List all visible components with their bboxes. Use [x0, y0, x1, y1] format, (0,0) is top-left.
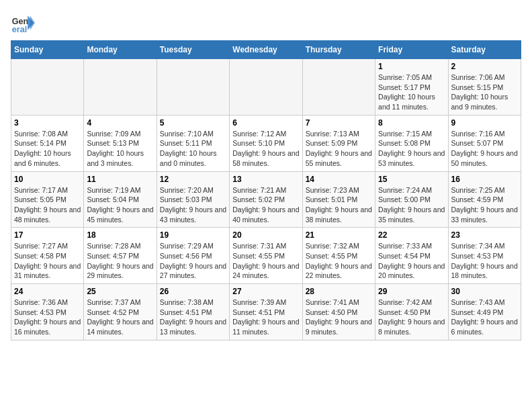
day-info: Sunrise: 7:24 AM Sunset: 5:00 PM Dayligh… [378, 185, 445, 225]
calendar-cell: 9Sunrise: 7:16 AM Sunset: 5:07 PM Daylig… [448, 115, 521, 171]
day-number: 16 [451, 175, 518, 184]
day-number: 18 [87, 230, 153, 240]
calendar-cell: 10Sunrise: 7:17 AM Sunset: 5:05 PM Dayli… [11, 171, 84, 228]
day-number: 12 [160, 175, 226, 184]
day-number: 13 [232, 175, 299, 184]
weekday-header-sunday: Sunday [11, 41, 84, 59]
weekday-header-tuesday: Tuesday [157, 41, 229, 59]
weekday-header-thursday: Thursday [302, 41, 375, 59]
day-info: Sunrise: 7:36 AM Sunset: 4:53 PM Dayligh… [14, 298, 81, 337]
day-info: Sunrise: 7:15 AM Sunset: 5:08 PM Dayligh… [378, 129, 445, 169]
day-number: 5 [160, 118, 226, 128]
day-info: Sunrise: 7:39 AM Sunset: 4:51 PM Dayligh… [232, 298, 299, 337]
day-number: 9 [451, 118, 518, 128]
calendar-cell [84, 59, 157, 116]
calendar-cell: 19Sunrise: 7:29 AM Sunset: 4:56 PM Dayli… [157, 228, 229, 284]
calendar-cell: 26Sunrise: 7:38 AM Sunset: 4:51 PM Dayli… [157, 284, 229, 340]
day-number: 8 [378, 118, 445, 128]
day-info: Sunrise: 7:06 AM Sunset: 5:15 PM Dayligh… [451, 73, 518, 112]
day-number: 7 [306, 118, 372, 128]
day-info: Sunrise: 7:13 AM Sunset: 5:09 PM Dayligh… [306, 129, 372, 169]
day-number: 23 [451, 230, 518, 240]
day-number: 25 [87, 287, 153, 296]
calendar-header: SundayMondayTuesdayWednesdayThursdayFrid… [11, 41, 521, 59]
day-number: 17 [14, 230, 81, 240]
calendar-cell [157, 59, 229, 116]
day-number: 14 [306, 175, 372, 184]
weekday-header-friday: Friday [375, 41, 448, 59]
day-info: Sunrise: 7:19 AM Sunset: 5:04 PM Dayligh… [87, 185, 153, 225]
day-info: Sunrise: 7:42 AM Sunset: 4:50 PM Dayligh… [378, 298, 445, 337]
day-number: 10 [14, 175, 81, 184]
calendar-cell: 24Sunrise: 7:36 AM Sunset: 4:53 PM Dayli… [11, 284, 84, 340]
day-info: Sunrise: 7:34 AM Sunset: 4:53 PM Dayligh… [451, 241, 518, 281]
day-number: 26 [160, 287, 226, 296]
calendar-cell: 29Sunrise: 7:42 AM Sunset: 4:50 PM Dayli… [375, 284, 448, 340]
calendar-cell [302, 59, 375, 116]
day-info: Sunrise: 7:10 AM Sunset: 5:11 PM Dayligh… [160, 129, 226, 169]
logo: Gen eral [11, 11, 36, 35]
calendar-table: SundayMondayTuesdayWednesdayThursdayFrid… [11, 40, 521, 340]
day-number: 30 [451, 287, 518, 296]
day-number: 22 [378, 230, 445, 240]
svg-text:eral: eral [12, 25, 27, 34]
day-info: Sunrise: 7:12 AM Sunset: 5:10 PM Dayligh… [232, 129, 299, 169]
day-number: 28 [306, 287, 372, 296]
calendar-cell: 12Sunrise: 7:20 AM Sunset: 5:03 PM Dayli… [157, 171, 229, 228]
day-info: Sunrise: 7:09 AM Sunset: 5:13 PM Dayligh… [87, 129, 153, 169]
day-info: Sunrise: 7:38 AM Sunset: 4:51 PM Dayligh… [160, 298, 226, 337]
day-info: Sunrise: 7:33 AM Sunset: 4:54 PM Dayligh… [378, 241, 445, 281]
day-number: 4 [87, 118, 153, 128]
calendar-cell: 11Sunrise: 7:19 AM Sunset: 5:04 PM Dayli… [84, 171, 157, 228]
day-info: Sunrise: 7:25 AM Sunset: 4:59 PM Dayligh… [451, 185, 518, 225]
day-number: 15 [378, 175, 445, 184]
day-info: Sunrise: 7:20 AM Sunset: 5:03 PM Dayligh… [160, 185, 226, 225]
day-number: 20 [232, 230, 299, 240]
day-info: Sunrise: 7:16 AM Sunset: 5:07 PM Dayligh… [451, 129, 518, 169]
day-number: 21 [306, 230, 372, 240]
day-number: 19 [160, 230, 226, 240]
calendar-cell: 21Sunrise: 7:32 AM Sunset: 4:55 PM Dayli… [302, 228, 375, 284]
calendar-cell: 15Sunrise: 7:24 AM Sunset: 5:00 PM Dayli… [375, 171, 448, 228]
day-info: Sunrise: 7:37 AM Sunset: 4:52 PM Dayligh… [87, 298, 153, 337]
page-header: Gen eral [11, 11, 521, 35]
day-info: Sunrise: 7:28 AM Sunset: 4:57 PM Dayligh… [87, 241, 153, 281]
day-number: 27 [232, 287, 299, 296]
calendar-cell: 14Sunrise: 7:23 AM Sunset: 5:01 PM Dayli… [302, 171, 375, 228]
day-info: Sunrise: 7:32 AM Sunset: 4:55 PM Dayligh… [306, 241, 372, 281]
calendar-week-1: 1Sunrise: 7:05 AM Sunset: 5:17 PM Daylig… [11, 59, 521, 116]
calendar-cell [11, 59, 84, 116]
calendar-cell: 25Sunrise: 7:37 AM Sunset: 4:52 PM Dayli… [84, 284, 157, 340]
calendar-cell: 22Sunrise: 7:33 AM Sunset: 4:54 PM Dayli… [375, 228, 448, 284]
calendar-cell: 18Sunrise: 7:28 AM Sunset: 4:57 PM Dayli… [84, 228, 157, 284]
day-info: Sunrise: 7:27 AM Sunset: 4:58 PM Dayligh… [14, 241, 81, 281]
day-number: 6 [232, 118, 299, 128]
calendar-cell: 20Sunrise: 7:31 AM Sunset: 4:55 PM Dayli… [230, 228, 302, 284]
day-info: Sunrise: 7:08 AM Sunset: 5:14 PM Dayligh… [14, 129, 81, 169]
calendar-week-5: 24Sunrise: 7:36 AM Sunset: 4:53 PM Dayli… [11, 284, 521, 340]
calendar-cell: 13Sunrise: 7:21 AM Sunset: 5:02 PM Dayli… [230, 171, 302, 228]
calendar-cell [230, 59, 302, 116]
day-number: 11 [87, 175, 153, 184]
weekday-header-wednesday: Wednesday [230, 41, 302, 59]
day-number: 3 [14, 118, 81, 128]
day-info: Sunrise: 7:41 AM Sunset: 4:50 PM Dayligh… [306, 298, 372, 337]
calendar-cell: 23Sunrise: 7:34 AM Sunset: 4:53 PM Dayli… [448, 228, 521, 284]
calendar-cell: 27Sunrise: 7:39 AM Sunset: 4:51 PM Dayli… [230, 284, 302, 340]
day-info: Sunrise: 7:43 AM Sunset: 4:49 PM Dayligh… [451, 298, 518, 337]
logo-icon: Gen eral [11, 11, 35, 35]
day-number: 2 [451, 62, 518, 71]
calendar-cell: 1Sunrise: 7:05 AM Sunset: 5:17 PM Daylig… [375, 59, 448, 116]
calendar-cell: 4Sunrise: 7:09 AM Sunset: 5:13 PM Daylig… [84, 115, 157, 171]
day-number: 24 [14, 287, 81, 296]
day-number: 1 [378, 62, 445, 71]
calendar-cell: 2Sunrise: 7:06 AM Sunset: 5:15 PM Daylig… [448, 59, 521, 116]
calendar-cell: 16Sunrise: 7:25 AM Sunset: 4:59 PM Dayli… [448, 171, 521, 228]
calendar-week-3: 10Sunrise: 7:17 AM Sunset: 5:05 PM Dayli… [11, 171, 521, 228]
day-number: 29 [378, 287, 445, 296]
calendar-week-4: 17Sunrise: 7:27 AM Sunset: 4:58 PM Dayli… [11, 228, 521, 284]
calendar-cell: 5Sunrise: 7:10 AM Sunset: 5:11 PM Daylig… [157, 115, 229, 171]
calendar-cell: 28Sunrise: 7:41 AM Sunset: 4:50 PM Dayli… [302, 284, 375, 340]
calendar-cell: 7Sunrise: 7:13 AM Sunset: 5:09 PM Daylig… [302, 115, 375, 171]
calendar-cell: 17Sunrise: 7:27 AM Sunset: 4:58 PM Dayli… [11, 228, 84, 284]
